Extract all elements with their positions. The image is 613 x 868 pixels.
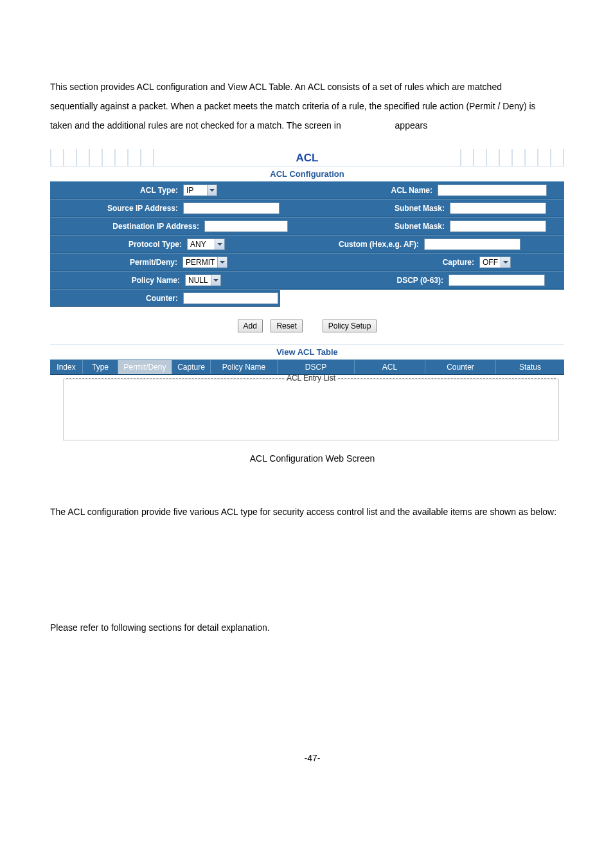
dest-mask-input[interactable] <box>450 221 546 232</box>
row-counter: Counter: <box>50 289 564 307</box>
custom-hex-input[interactable] <box>424 239 520 250</box>
col-capture: Capture <box>172 360 211 374</box>
config-heading: ACL Configuration <box>50 166 564 181</box>
body-text-2: Please refer to following sections for d… <box>50 618 574 637</box>
page-number: -47- <box>50 753 574 763</box>
source-mask-label: Subnet Mask: <box>307 204 449 213</box>
col-status: Status <box>496 360 564 374</box>
policy-name-label: Policy Name: <box>50 276 184 285</box>
chevron-down-icon <box>211 275 220 285</box>
chevron-down-icon <box>207 185 217 195</box>
dscp-input[interactable] <box>449 275 545 286</box>
policy-name-value: NULL <box>188 276 208 285</box>
acl-type-label: ACL Type: <box>50 186 182 195</box>
col-policy: Policy Name <box>211 360 278 374</box>
row-acl-type: ACL Type: IP ACL Name: <box>50 181 564 199</box>
chevron-down-icon <box>215 239 224 249</box>
intro-line3b: appears <box>395 116 428 135</box>
reset-button[interactable]: Reset <box>271 320 302 332</box>
source-ip-input[interactable] <box>183 203 280 214</box>
acl-panel: ACL ACL Configuration ACL Type: IP ACL N… <box>50 149 564 440</box>
counter-label: Counter: <box>50 294 182 303</box>
row-policy: Policy Name: NULL DSCP (0-63): <box>50 271 564 289</box>
intro-line2: sequentially against a packet. When a pa… <box>50 101 536 111</box>
capture-value: OFF <box>483 258 498 267</box>
col-counter: Counter <box>425 360 496 374</box>
col-type: Type <box>83 360 118 374</box>
chevron-down-icon <box>501 257 510 267</box>
intro-line3a: taken and the additional rules are not c… <box>50 120 341 131</box>
permit-select[interactable]: PERMIT <box>182 257 227 268</box>
source-ip-label: Source IP Address: <box>50 204 182 213</box>
permit-label: Permit/Deny: <box>50 258 181 267</box>
acl-type-select[interactable]: IP <box>183 185 217 196</box>
protocol-value: ANY <box>190 240 212 249</box>
button-row: Add Reset Policy Setup <box>50 307 564 344</box>
col-acl: ACL <box>355 360 425 374</box>
row-dest-ip: Destination IP Address: Subnet Mask: <box>50 217 564 235</box>
intro-line1: This section provides ACL configuration … <box>50 82 502 92</box>
acl-name-label: ACL Name: <box>307 186 436 195</box>
figure-caption: ACL Configuration Web Screen <box>50 453 574 464</box>
col-permit: Permit/Deny <box>118 360 172 374</box>
acl-name-input[interactable] <box>438 185 547 196</box>
row-source-ip: Source IP Address: Subnet Mask: <box>50 199 564 217</box>
acl-type-value: IP <box>186 186 204 195</box>
add-button[interactable]: Add <box>238 320 263 332</box>
col-dscp: DSCP <box>278 360 355 374</box>
acl-entry-list-box: ACL Entry List <box>63 379 559 440</box>
capture-label: Capture: <box>307 258 478 267</box>
protocol-label: Protocol Type: <box>50 240 186 249</box>
chevron-down-icon <box>217 257 227 267</box>
config-form: ACL Type: IP ACL Name: Source IP A <box>50 181 564 307</box>
policy-name-select[interactable]: NULL <box>185 275 221 286</box>
body-text-1: The ACL configuration provide five vario… <box>50 502 574 521</box>
dest-ip-input[interactable] <box>204 221 288 232</box>
col-index: Index <box>50 360 83 374</box>
counter-input[interactable] <box>183 293 278 304</box>
permit-value: PERMIT <box>186 258 215 267</box>
dest-ip-label: Destination IP Address: <box>50 222 203 231</box>
dest-mask-label: Subnet Mask: <box>307 222 449 231</box>
counter-blank <box>280 290 564 307</box>
panel-title: ACL <box>50 149 564 166</box>
custom-hex-label: Custom (Hex,e.g. AF): <box>307 240 423 249</box>
dscp-label: DSCP (0-63): <box>307 276 447 285</box>
policy-setup-button[interactable]: Policy Setup <box>323 320 377 332</box>
capture-select[interactable]: OFF <box>479 257 511 268</box>
row-permit: Permit/Deny: PERMIT Capture: OFF <box>50 253 564 271</box>
intro-paragraph: This section provides ACL configuration … <box>50 77 574 135</box>
protocol-select[interactable]: ANY <box>187 239 225 250</box>
row-protocol: Protocol Type: ANY Custom (Hex,e.g. AF): <box>50 235 564 253</box>
source-mask-input[interactable] <box>450 203 546 214</box>
page: This section provides ACL configuration … <box>0 0 613 802</box>
acl-entry-legend: ACL Entry List <box>64 374 558 383</box>
table-header: Index Type Permit/Deny Capture Policy Na… <box>50 359 564 375</box>
table-heading: View ACL Table <box>50 344 564 359</box>
